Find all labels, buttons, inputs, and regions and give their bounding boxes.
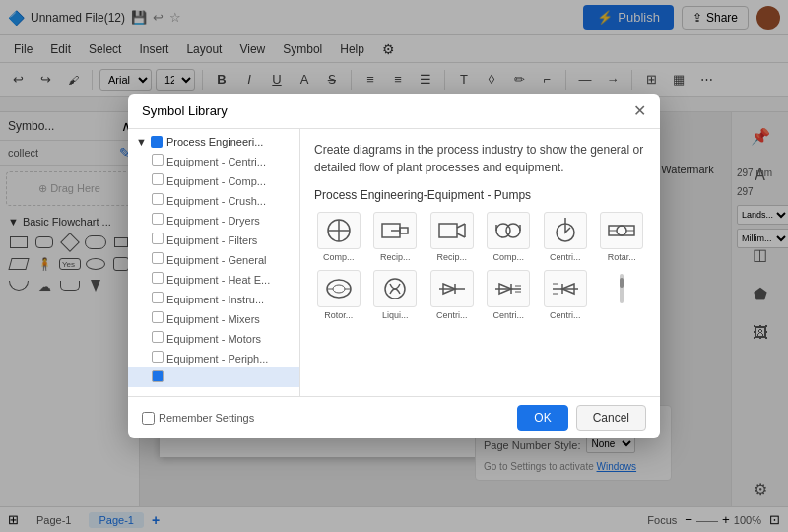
tree-checkbox-4[interactable] — [152, 233, 164, 244]
tree-item-6[interactable]: Equipment - Heat E... — [128, 269, 299, 289]
tree-checkbox-5[interactable] — [152, 252, 164, 264]
tree-checkbox-11[interactable] — [152, 370, 164, 382]
tree-checkbox-0[interactable] — [152, 154, 164, 166]
tree-item-3[interactable]: Equipment - Dryers — [128, 210, 299, 230]
tree-item-8[interactable]: Equipment - Mixers — [128, 308, 299, 328]
symbol-rotar2[interactable]: Rotor... — [314, 270, 363, 320]
symbol-icon-rotar1 — [600, 212, 643, 249]
symbol-label-centri3: Centri... — [492, 310, 524, 320]
tree-checkbox-9[interactable] — [152, 331, 164, 343]
tree-item-5[interactable]: Equipment - General — [128, 249, 299, 269]
symbol-centri1[interactable]: Centri... — [541, 212, 590, 262]
symbol-label-rotar1: Rotar... — [608, 252, 636, 262]
symbol-label-centri2: Centri... — [436, 310, 468, 320]
tree-expand-icon: ▼ — [136, 136, 147, 148]
symbol-library-modal: Symbol Library ✕ ▼ Process Engineeri... … — [128, 94, 660, 438]
modal-cancel-button[interactable]: Cancel — [576, 405, 646, 431]
tree-checkbox-6[interactable] — [152, 272, 164, 284]
modal-close-button[interactable]: ✕ — [633, 101, 646, 120]
symbol-icon-recip2 — [430, 212, 474, 249]
tree-folder-icon — [151, 136, 163, 148]
svg-point-17 — [617, 226, 626, 235]
tree-item-0[interactable]: Equipment - Centri... — [128, 151, 299, 170]
symbol-recip2[interactable]: Recip... — [427, 212, 477, 262]
svg-rect-6 — [439, 224, 457, 237]
modal-title: Symbol Library — [142, 103, 228, 118]
symbol-empty — [598, 270, 647, 320]
tree-item-9[interactable]: Equipment - Motors — [128, 328, 299, 348]
modal-section-title: Process Engineering-Equipment - Pumps — [314, 188, 646, 202]
tree-item-2[interactable]: Equipment - Crush... — [128, 190, 299, 210]
symbol-recip1[interactable]: Recip... — [371, 212, 421, 262]
symbol-icon-centri2 — [430, 270, 474, 307]
tree-item-11[interactable] — [128, 367, 299, 387]
modal-footer: Remember Settings OK Cancel — [128, 396, 660, 438]
svg-point-21 — [333, 285, 345, 293]
svg-line-7 — [457, 224, 465, 228]
tree-root[interactable]: ▼ Process Engineeri... — [128, 133, 299, 151]
symbol-centri3[interactable]: Centri... — [485, 270, 534, 320]
symbols-grid: Comp... Recip... — [314, 212, 646, 320]
tree-item-1[interactable]: Equipment - Comp... — [128, 170, 299, 190]
symbol-icon-liqui — [373, 270, 417, 307]
remember-settings-checkbox[interactable]: Remember Settings — [142, 412, 509, 425]
modal-content: Create diagrams in the process industry … — [300, 129, 660, 396]
symbol-label-comp1: Comp... — [323, 252, 355, 262]
symbol-label-rotar2: Rotor... — [324, 310, 353, 320]
tree-checkbox-2[interactable] — [152, 193, 164, 205]
symbol-label-centri1: Centri... — [550, 252, 581, 262]
symbol-icon-rotar2 — [317, 270, 361, 307]
symbol-label-centri4: Centri... — [550, 310, 581, 320]
symbol-label-comp2: Comp... — [492, 252, 524, 262]
modal-body: ▼ Process Engineeri... Equipment - Centr… — [128, 129, 660, 396]
symbol-icon-comp1 — [317, 212, 361, 249]
symbol-rotar1[interactable]: Rotar... — [598, 212, 647, 262]
tree-checkbox-10[interactable] — [152, 351, 164, 363]
symbol-comp2[interactable]: Comp... — [485, 212, 534, 262]
symbol-tree: ▼ Process Engineeri... Equipment - Centr… — [128, 129, 300, 396]
tree-checkbox-7[interactable] — [152, 292, 164, 303]
symbol-centri4[interactable]: Centri... — [541, 270, 590, 320]
symbol-icon-empty — [600, 270, 643, 307]
symbol-icon-centri4 — [544, 270, 587, 307]
symbol-icon-centri1 — [544, 212, 587, 249]
symbol-liqui[interactable]: Liqui... — [371, 270, 421, 320]
symbol-centri2[interactable]: Centri... — [427, 270, 477, 320]
modal-ok-button[interactable]: OK — [517, 405, 567, 431]
tree-checkbox-1[interactable] — [152, 173, 164, 185]
symbol-label-recip1: Recip... — [380, 252, 411, 262]
tree-item-4[interactable]: Equipment - Filters — [128, 230, 299, 249]
symbol-icon-recip1 — [373, 212, 417, 249]
svg-point-11 — [506, 224, 520, 237]
tree-item-7[interactable]: Equipment - Instru... — [128, 289, 299, 308]
svg-line-8 — [457, 233, 465, 237]
modal-description: Create diagrams in the process industry … — [314, 141, 646, 176]
symbol-icon-comp2 — [487, 212, 530, 249]
symbol-label-recip2: Recip... — [436, 252, 467, 262]
symbol-label-liqui: Liqui... — [382, 310, 409, 320]
tree-item-10[interactable]: Equipment - Periph... — [128, 348, 299, 367]
svg-rect-4 — [400, 228, 408, 233]
remember-label: Remember Settings — [159, 412, 254, 424]
symbol-comp1[interactable]: Comp... — [314, 212, 363, 262]
symbol-icon-centri3 — [487, 270, 530, 307]
tree-checkbox-8[interactable] — [152, 311, 164, 323]
modal-overlay[interactable]: Symbol Library ✕ ▼ Process Engineeri... … — [0, 0, 788, 532]
tree-checkbox-3[interactable] — [152, 213, 164, 225]
tree-root-label: Process Engineeri... — [166, 136, 263, 148]
modal-header: Symbol Library ✕ — [128, 94, 660, 129]
remember-checkbox-input[interactable] — [142, 412, 155, 425]
